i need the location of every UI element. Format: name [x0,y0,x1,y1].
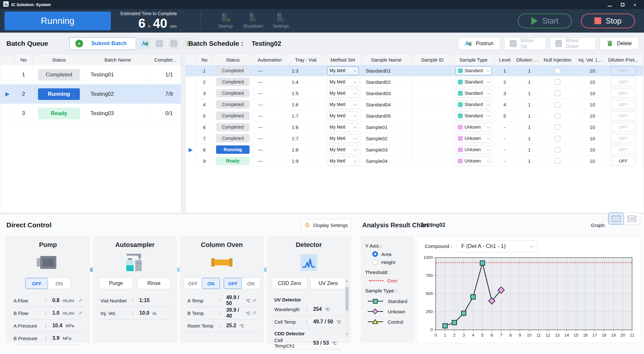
oven-a-on-button[interactable]: ON [202,278,220,289]
rinse-button[interactable]: Rinse [137,278,171,289]
scroll-down-icon[interactable]: ▼ [345,333,349,336]
scroll-thumb[interactable] [346,287,348,311]
sample-type-dropdown[interactable]: Standard [456,112,492,120]
method-set-dropdown[interactable]: My Metl [327,123,359,132]
schedule-row[interactable]: 9Ready---1:9My MetlSample04Unkown-110OFF [185,155,644,167]
startup-button[interactable]: ☀ Startup [212,13,239,29]
graph-split-view-button[interactable] [624,213,640,224]
queue-row[interactable]: ▶2RunningTesting027/9 [0,84,181,104]
schedule-row[interactable]: 1Completed---1:3My MetlStandard01Standar… [185,65,644,76]
threshold-label: Threshold : [365,270,414,275]
sample-type-dropdown[interactable]: Standard [456,66,492,75]
close-button[interactable]: × [633,2,636,7]
move-down-button[interactable]: ↓ Move Down [550,37,596,50]
sample-type-dropdown[interactable]: Unkown [456,157,492,165]
edit-pencil-icon[interactable]: ✎ [251,311,257,315]
edit-pencil-icon[interactable]: ✎ [78,311,83,315]
instrument-field: B Pressure:3.9MPa [14,332,82,345]
submit-batch-button[interactable]: + Submit Batch [69,37,136,50]
method-set-dropdown[interactable]: My Metl [327,78,359,86]
dilution-pret-button[interactable]: OFF [611,89,636,98]
cdd-zero-button[interactable]: CDD Zero [272,278,307,289]
queue-postrun-button[interactable] [139,38,151,49]
oven-a-off-button[interactable]: OFF [184,278,202,289]
null-injection-checkbox[interactable] [555,158,560,164]
display-settings-button[interactable]: ⚙ Display Settings [301,219,351,231]
sample-type-dropdown[interactable]: Standard [456,78,492,86]
null-injection-checkbox[interactable] [555,136,560,141]
dilution-pret-button[interactable]: OFF [611,123,636,132]
y-axis-option-height[interactable]: Height [372,259,414,265]
postrun-button[interactable]: Postrun [458,37,500,50]
start-button[interactable]: Start [518,14,572,28]
queue-move-down-button[interactable]: ↓ [168,38,180,49]
scroll-up-icon[interactable]: ▲ [345,279,349,282]
null-injection-checkbox[interactable] [555,79,560,85]
schedule-status-cell: Completed [213,76,253,87]
oven-b-off-button[interactable]: OFF [224,278,242,289]
queue-row[interactable]: 1CompletedTesting011/1 [0,65,181,84]
compound-label: Compound : [425,243,452,249]
schedule-no: 4 [196,99,213,110]
sample-type-dropdown[interactable]: Unkown [456,145,492,154]
detector-group-header: UV Detector [274,294,341,303]
chevron-down-icon [353,159,356,162]
schedule-row[interactable]: 6Completed---1:6My MetlSample01Unkown-11… [185,122,644,133]
null-injection-checkbox[interactable] [555,124,560,130]
purge-button[interactable]: Purge [99,278,133,289]
graph-single-view-button[interactable] [608,213,624,224]
schedule-row[interactable]: 3Completed---1:5My MetlStandard03Standar… [185,88,644,99]
edit-pencil-icon[interactable]: ✎ [78,299,83,303]
dilution-pret-button[interactable]: OFF [611,100,636,109]
schedule-row[interactable]: 4Completed---1:6My MetlStandard04Standar… [185,99,644,110]
stop-button[interactable]: Stop [581,14,635,28]
eta-block: Estimated Time to Complete 6 h 40 min [120,11,194,31]
null-injection-checkbox[interactable] [555,68,560,74]
null-injection-checkbox[interactable] [555,102,560,107]
minimize-button[interactable] [608,2,612,7]
compound-dropdown[interactable]: F (Det A - Ch1 - 1) [456,240,537,252]
settings-button[interactable]: ☾ Settings [267,13,295,29]
oven-b-on-button[interactable]: ON [242,278,260,289]
null-injection-checkbox[interactable] [555,91,560,96]
schedule-row[interactable]: 7Completed---1:7My MetlSample02Unkown-11… [185,133,644,144]
uv-zero-button[interactable]: UV Zero [310,278,346,289]
dilution-pret-button[interactable]: OFF [611,77,636,86]
y-axis-option-area[interactable]: Area [372,251,414,257]
move-up-button[interactable]: ↑ Move Up [504,37,546,50]
method-set-dropdown[interactable]: My Metl [327,112,359,120]
method-set-dropdown[interactable]: My Metl [327,145,359,154]
svg-text:10: 10 [527,333,531,338]
pump-on-button[interactable]: ON [48,278,71,289]
null-injection-checkbox[interactable] [555,113,560,119]
dilution-pret-button[interactable]: OFF [611,66,636,75]
sample-type-dropdown[interactable]: Standard [456,89,492,98]
edit-pencil-icon[interactable]: ✎ [251,299,257,303]
method-set-dropdown[interactable]: My Metl [327,89,359,98]
sample-type-dropdown[interactable]: Standard [456,100,492,109]
sample-type-dropdown[interactable]: Unkown [456,123,492,132]
autosampler-panel: Autosampler Purge Rinse Vial Number:1:15… [93,236,177,343]
schedule-row[interactable]: 5Completed---1:7My MetlStandard05Standar… [185,110,644,122]
system-status-button[interactable]: Running [5,12,111,30]
method-set-dropdown[interactable]: My Metl [327,157,359,165]
delete-button[interactable]: Delete [600,37,639,50]
shutdown-button[interactable]: ☾ Shutdown [239,13,267,29]
detector-scrollbar[interactable]: ▲ ▼ [345,279,349,337]
sample-type-dropdown[interactable]: Unkown [456,134,492,143]
method-set-dropdown[interactable]: My Metl [327,66,359,75]
null-injection-checkbox[interactable] [555,147,560,152]
dilution-pret-button[interactable]: OFF [611,134,636,143]
method-set-dropdown[interactable]: My Metl [327,134,359,143]
dilution-pret-button[interactable]: OFF [611,145,636,154]
schedule-row[interactable]: ▶8Running---1:8My MetlSample03Unkown-110… [185,144,644,155]
method-set-dropdown[interactable]: My Metl [327,100,359,109]
queue-move-up-button[interactable]: ↑ [154,38,165,49]
chromatogram-trash-icon [141,41,148,46]
maximize-button[interactable] [621,2,624,7]
pump-off-button[interactable]: OFF [25,278,48,289]
dilution-pret-button[interactable]: OFF [611,156,636,165]
queue-row[interactable]: 3ReadyTesting030/1 [0,104,181,123]
dilution-pret-button[interactable]: OFF [611,111,636,120]
schedule-row[interactable]: 2Completed---1:4My MetlStandard02Standar… [185,76,644,88]
